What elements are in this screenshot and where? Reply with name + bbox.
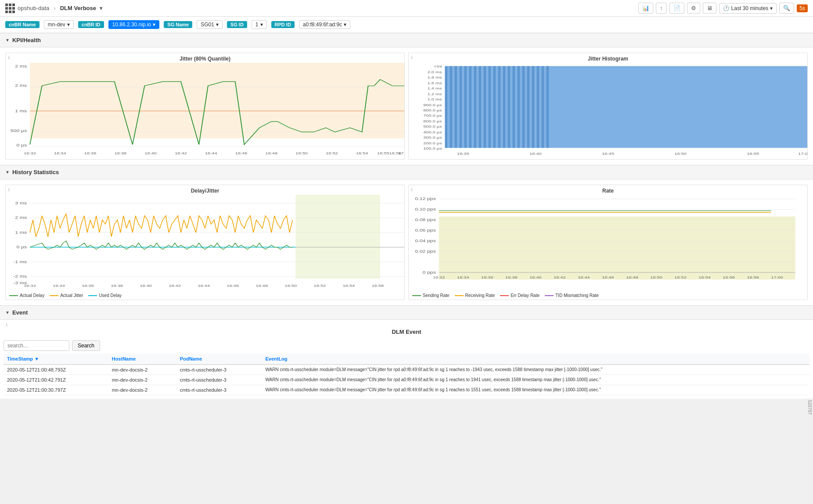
svg-text:-1 ms: -1 ms [13, 260, 27, 264]
svg-text:0.06 pps: 0.06 pps [415, 228, 435, 232]
svg-text:1.8 ms: 1.8 ms [428, 75, 442, 79]
svg-text:16:40: 16:40 [144, 151, 157, 155]
actual-jitter-color [50, 295, 58, 296]
delay-jitter-title: Delay/Jitter [6, 185, 404, 195]
sg-id-select[interactable]: 1 ▾ [252, 20, 267, 29]
svg-text:700.0 µs: 700.0 µs [423, 114, 442, 118]
clock-icon: 🕐 [723, 5, 730, 11]
svg-rect-53 [498, 66, 501, 148]
cnbr-name-select[interactable]: mn-dev ▾ [44, 20, 74, 29]
legend-err-delay-rate: Err Delay Rate [500, 293, 540, 298]
bookmark-button[interactable]: 📄 [669, 3, 684, 14]
rpd-id-select[interactable]: a0:f8:49:6f:ad:9c ▾ [299, 20, 350, 29]
rate-svg: 0.12 pps 0.10 pps 0.08 pps 0.06 pps 0.04… [409, 195, 807, 291]
svg-text:400.0 µs: 400.0 µs [423, 130, 442, 134]
svg-rect-70 [295, 195, 380, 279]
sg-name-select[interactable]: SG01 ▾ [197, 20, 223, 29]
svg-text:16:48: 16:48 [626, 275, 638, 279]
col-eventlog[interactable]: EventLog [262, 354, 809, 365]
svg-text:16:52: 16:52 [314, 284, 326, 288]
svg-rect-98 [439, 217, 795, 279]
svg-text:16:48: 16:48 [266, 151, 278, 155]
refresh-badge[interactable]: 5s [797, 4, 808, 12]
svg-text:16:52: 16:52 [674, 275, 687, 279]
delay-jitter-svg: 3 ms 2 ms 1 ms 0 µs -1 ms -2 ms -3 ms 16… [6, 195, 404, 291]
rate-info-icon: i [411, 187, 412, 192]
cnbr-id-select[interactable]: 10.86.2.30.nip.io ▾ [108, 20, 160, 29]
cnbr-id-dropdown-icon: ▾ [153, 21, 155, 28]
cell-eventlog: WARN cmts-rt-usscheduler module=DLM mess… [262, 375, 809, 385]
svg-text:100.0 µs: 100.0 µs [423, 147, 442, 150]
histogram-chart-area: +Inf 2.0 ms 1.8 ms 1.6 ms 1.4 ms 1.2 ms … [409, 63, 807, 159]
svg-text:16:42: 16:42 [175, 151, 187, 155]
svg-text:16:35: 16:35 [457, 152, 469, 156]
time-range-label: Last 30 minutes [731, 5, 769, 11]
kpi-health-header[interactable]: ▼ KPI/Health [0, 33, 813, 47]
svg-text:16:32: 16:32 [433, 275, 445, 279]
history-statistics-section: ▼ History Statistics i Delay/Jitter [0, 165, 813, 305]
svg-text:2 ms: 2 ms [15, 83, 27, 88]
zoom-button[interactable]: 🔍 [779, 3, 794, 14]
legend-actual-delay-label: Actual Delay [20, 293, 44, 298]
legend-used-delay: Used Delay [88, 293, 122, 298]
delay-info-icon: i [8, 187, 9, 192]
cell-podname: cmts-rt-usscheduler-3 [176, 385, 262, 395]
col-hostname[interactable]: HostName [108, 354, 176, 365]
svg-text:17:00: 17:00 [771, 275, 783, 279]
svg-text:16:36: 16:36 [84, 151, 97, 155]
svg-text:16:46: 16:46 [235, 151, 248, 155]
legend-actual-delay: Actual Delay [9, 293, 44, 298]
jitter-svg: 2 ms 2 ms 1 ms 500 µs 0 µs 16:32 16:34 1… [6, 63, 404, 159]
topbar-icons: 📊 ↑ 📄 ⚙ 🖥 🕐 Last 30 minutes ▾ 🔍 5s [638, 3, 808, 14]
svg-text:1.6 ms: 1.6 ms [428, 81, 442, 85]
history-charts-row: i Delay/Jitter 3 ms 2 ms 1 ms [0, 179, 813, 305]
rate-chart-area: 0.12 pps 0.10 pps 0.08 pps 0.06 pps 0.04… [409, 195, 807, 291]
search-button[interactable]: Search [72, 340, 100, 351]
monitor-button[interactable]: 🖥 [703, 3, 716, 14]
breadcrumb-dropdown-icon[interactable]: ▾ [100, 5, 103, 11]
svg-text:1.2 ms: 1.2 ms [428, 92, 442, 96]
time-range-selector[interactable]: 🕐 Last 30 minutes ▾ [719, 3, 777, 14]
col-podname[interactable]: PodName [176, 354, 262, 365]
event-toggle-icon: ▼ [5, 310, 10, 315]
sg-id-dropdown-icon: ▾ [260, 21, 263, 28]
svg-rect-46 [464, 66, 467, 148]
svg-rect-44 [455, 66, 457, 148]
kpi-charts-row: i Jitter (80% Quantile) 2 ms 2 ms 1 ms 5… [0, 47, 813, 165]
svg-rect-55 [508, 66, 511, 148]
legend-receiving-rate: Receiving Rate [455, 293, 495, 298]
svg-text:16:45: 16:45 [602, 152, 614, 156]
svg-text:16:36: 16:36 [481, 275, 493, 279]
filterbar: cnBR Name mn-dev ▾ cnBR ID 10.86.2.30.ni… [0, 17, 813, 33]
event-title: Event [12, 309, 28, 316]
rate-legend: Sending Rate Receiving Rate Err Delay Ra… [409, 291, 807, 300]
rate-chart-container: i Rate 0.12 pps 0.10 pps [408, 185, 808, 300]
event-table-header-row: TimeStamp ▼ HostName PodName EventLog [4, 354, 809, 365]
rpd-id-dropdown-icon: ▾ [344, 21, 346, 28]
svg-text:0 µs: 0 µs [17, 245, 27, 249]
delay-jitter-legend: Actual Delay Actual Jitter Used Delay [6, 291, 404, 300]
cnbr-id-label: cnBR ID [78, 21, 104, 28]
svg-text:16:58: 16:58 [747, 275, 759, 279]
tid-mismatch-color [545, 295, 554, 296]
chart-type-button[interactable]: 📊 [638, 3, 653, 14]
svg-text:16:54: 16:54 [343, 284, 355, 288]
search-input[interactable] [4, 340, 69, 351]
svg-text:900.0 µs: 900.0 µs [423, 103, 442, 107]
svg-text:16:54: 16:54 [698, 275, 711, 279]
histogram-svg: +Inf 2.0 ms 1.8 ms 1.6 ms 1.4 ms 1.2 ms … [409, 63, 807, 159]
sg-id-label: SG ID [227, 21, 247, 28]
col-timestamp[interactable]: TimeStamp ▼ [4, 354, 108, 365]
cell-eventlog: WARN cmts-rt-usscheduler module=DLM mess… [262, 385, 809, 395]
svg-text:0 µs: 0 µs [17, 143, 27, 147]
settings-button[interactable]: ⚙ [687, 3, 700, 14]
svg-rect-60 [532, 66, 535, 148]
svg-text:16:48: 16:48 [256, 284, 268, 288]
event-header[interactable]: ▼ Event [0, 305, 813, 320]
breadcrumb-home[interactable]: opshub-data [18, 5, 49, 11]
svg-text:16:55: 16:55 [747, 152, 759, 156]
legend-sending-rate: Sending Rate [412, 293, 450, 298]
history-statistics-header[interactable]: ▼ History Statistics [0, 165, 813, 179]
share-button[interactable]: ↑ [656, 3, 667, 14]
svg-text:0.08 pps: 0.08 pps [415, 218, 435, 222]
